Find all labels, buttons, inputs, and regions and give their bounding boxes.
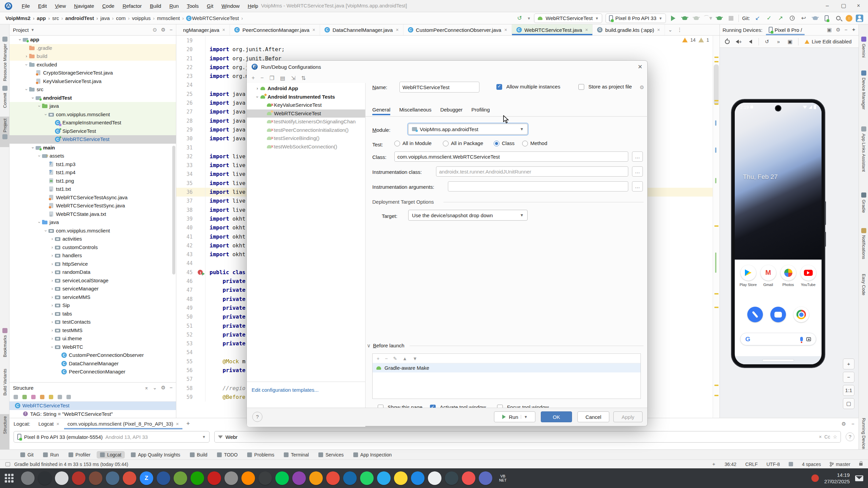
gutter[interactable] — [197, 170, 205, 179]
android-emulator-phone[interactable]: 2:19 Thu, Feb 27 Play Store Gmail Photos… — [731, 99, 825, 368]
rotate-left-icon[interactable]: ↺ — [764, 38, 770, 45]
tree-item[interactable]: testContacts — [9, 318, 176, 326]
taskbar-app-icon[interactable] — [292, 471, 306, 485]
instrumentation-arguments-browse-button[interactable]: … — [632, 181, 643, 191]
line-number[interactable]: 52 — [176, 330, 197, 339]
module-select[interactable]: VoipMms.app.androidTest ▼ — [408, 124, 528, 135]
gutter[interactable] — [197, 384, 205, 393]
expand-all-icon[interactable]: ⌅ — [144, 385, 149, 391]
gutter[interactable] — [197, 393, 205, 402]
app-photos[interactable]: Photos — [779, 265, 798, 287]
microphone-icon[interactable] — [800, 337, 803, 341]
ok-button[interactable]: OK — [541, 411, 572, 422]
status-message[interactable]: Gradle build finished in 4 m 33 s 153 ms… — [14, 462, 128, 467]
device-mirror-icon[interactable] — [823, 14, 831, 22]
chrome-app-icon[interactable] — [793, 307, 809, 322]
remove-task-icon[interactable]: − — [385, 356, 388, 361]
name-field[interactable] — [399, 82, 479, 93]
phone-screen[interactable]: 2:19 Thu, Feb 27 Play Store Gmail Photos… — [735, 103, 822, 364]
kebab-menu-icon[interactable]: ⋮ — [677, 27, 682, 33]
tree-item[interactable]: KeyValueServiceTest.java — [9, 77, 176, 86]
gutter[interactable] — [197, 277, 205, 286]
profiler-dropdown-icon[interactable]: ⌒▾ — [704, 14, 712, 22]
gutter[interactable] — [197, 304, 205, 312]
tool-window-button[interactable]: Problems — [244, 451, 278, 459]
tool-window-button[interactable]: App Quality Insights — [127, 451, 184, 459]
dialog-tab[interactable]: General — [372, 107, 390, 115]
sidebar-item-gradle[interactable]: Gradle — [859, 190, 868, 221]
breadcrumb-item[interactable]: voipplus — [132, 15, 151, 21]
menu-item[interactable]: View — [51, 1, 70, 11]
line-number[interactable]: 48 — [176, 295, 197, 304]
gutter[interactable] — [197, 241, 205, 250]
configuration-item[interactable]: Android Instrumented Tests — [247, 93, 365, 101]
taskbar-app-icon[interactable] — [394, 471, 408, 485]
menu-item[interactable]: Edit — [34, 1, 51, 11]
line-number[interactable]: 36 — [176, 188, 197, 197]
background-tasks-icon[interactable]: ✦ — [712, 462, 716, 467]
help-button[interactable]: ? — [252, 412, 262, 422]
sync-gradle-icon[interactable]: ↺ — [515, 14, 524, 22]
gutter[interactable] — [197, 250, 205, 259]
locate-file-icon[interactable]: ⊙ — [153, 27, 157, 33]
line-number[interactable]: 46 — [176, 277, 197, 286]
app-youtube[interactable]: YouTube — [799, 265, 818, 287]
line-number[interactable]: 44 — [176, 259, 197, 268]
tree-chevron-icon[interactable] — [50, 343, 55, 351]
help-icon[interactable]: ? — [846, 432, 854, 441]
taskbar-app-icon[interactable] — [445, 471, 458, 485]
git-branch[interactable]: master — [830, 462, 850, 467]
tree-chevron-icon[interactable] — [50, 235, 55, 243]
sort-icon[interactable] — [14, 395, 18, 399]
tree-item[interactable]: tabs — [9, 310, 176, 318]
settings-icon[interactable] — [66, 395, 71, 399]
tree-chevron-icon[interactable] — [50, 326, 55, 335]
project-panel-title[interactable]: Project — [13, 27, 29, 33]
breadcrumb-item[interactable]: app — [37, 15, 46, 21]
taskbar-app-icon[interactable] — [157, 471, 170, 485]
tree-chevron-icon[interactable] — [37, 102, 42, 110]
gutter[interactable] — [197, 232, 205, 241]
configuration-item[interactable]: testNotifyListenersOnSignalingChan — [247, 118, 365, 126]
filter-input[interactable] — [225, 434, 816, 440]
line-number[interactable]: 56 — [176, 366, 197, 375]
move-down-icon[interactable]: ▼ — [413, 356, 417, 361]
tree-item[interactable]: httpService — [9, 260, 176, 268]
scrollbar-thumb[interactable] — [714, 64, 719, 105]
taskbar-app-icon[interactable] — [377, 471, 391, 485]
sidebar-item-resource-manager[interactable]: Resource Manager — [0, 35, 9, 89]
error-stripe[interactable] — [713, 36, 719, 418]
sidebar-item-bookmarks[interactable]: Bookmarks — [0, 326, 9, 363]
expand-icon[interactable] — [58, 395, 62, 399]
gutter[interactable] — [197, 72, 205, 81]
tree-chevron-icon[interactable] — [17, 36, 23, 44]
gutter[interactable] — [197, 330, 205, 339]
gutter[interactable] — [197, 322, 205, 330]
line-number[interactable]: 43 — [176, 250, 197, 259]
store-project-file-checkbox[interactable]: Store as project file — [578, 84, 632, 90]
line-number[interactable]: 50 — [176, 312, 197, 321]
sidebar-item-gemini[interactable]: Gemini — [859, 35, 868, 65]
settings-gear-icon[interactable]: ⚙ — [161, 27, 165, 33]
sidebar-item-app-links-assistant[interactable]: App Links Assistant — [859, 124, 868, 185]
gutter[interactable] — [197, 295, 205, 304]
tree-item[interactable]: activities — [9, 235, 176, 243]
hide-panel-icon[interactable]: − — [845, 27, 848, 33]
collapse-all-icon[interactable]: ⌄ — [153, 385, 157, 391]
configuration-item[interactable]: testServiceBinding() — [247, 134, 365, 143]
menu-item[interactable]: Window — [217, 1, 243, 11]
line-number[interactable]: 59 — [176, 393, 197, 402]
ide-update-icon[interactable]: ↑ — [846, 15, 852, 22]
line-number[interactable]: 19 — [176, 36, 197, 45]
gutter[interactable] — [197, 90, 205, 99]
menu-item[interactable]: Tools — [183, 1, 203, 11]
taskbar-app-icon[interactable] — [326, 471, 340, 485]
tree-chevron-icon[interactable] — [50, 268, 55, 277]
tree-chevron-icon[interactable] — [50, 277, 55, 285]
menu-item[interactable]: File — [18, 1, 34, 11]
tree-item[interactable]: com.voipplus.mmsclient — [9, 227, 176, 235]
copy-configuration-icon[interactable]: ❐ — [270, 75, 274, 81]
add-tab-icon[interactable]: + — [186, 420, 190, 427]
gutter[interactable] — [197, 223, 205, 232]
tree-item[interactable]: main — [9, 144, 176, 152]
